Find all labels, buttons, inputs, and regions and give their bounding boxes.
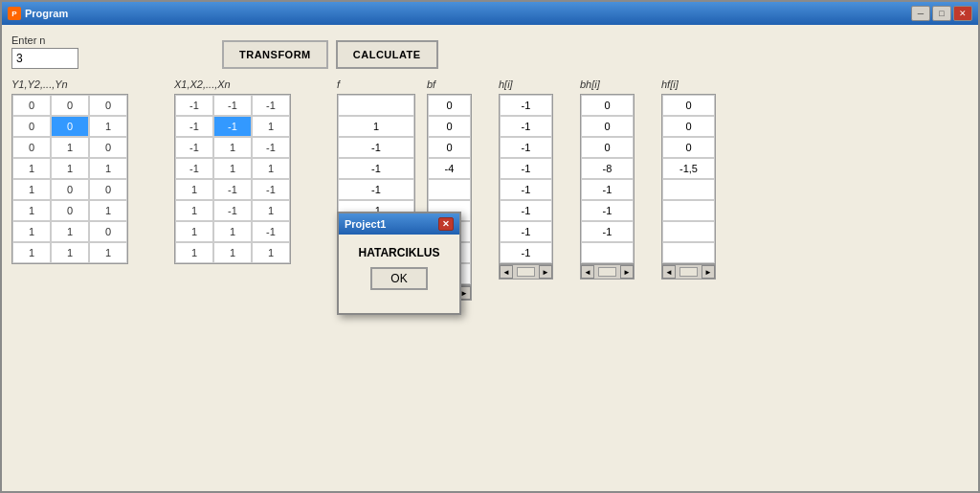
scroll-left-arrow[interactable]: ◄	[662, 265, 676, 279]
modal-close-button[interactable]: ✕	[438, 217, 454, 231]
cell: 1	[89, 158, 127, 179]
bf-label: bf	[427, 78, 472, 90]
table-row: 111	[175, 242, 290, 263]
y-matrix-label: Y1,Y2,...,Yn	[11, 78, 128, 90]
hi-cell: -1	[500, 179, 552, 200]
transform-button[interactable]: TRANSFORM	[222, 40, 328, 69]
cell: -1	[252, 137, 290, 158]
modal-title-text: Project1	[345, 218, 386, 230]
modal-body: HATARCIKLUS OK	[339, 235, 459, 313]
bhi-group: bh[i] 0 0 0 -8 -1 -1 -1 ◄ ►	[580, 78, 635, 280]
modal-dialog: Project1 ✕ HATARCIKLUS OK	[337, 212, 461, 315]
close-button[interactable]: ✕	[953, 6, 972, 21]
hi-cell: -1	[500, 158, 552, 179]
scroll-track[interactable]	[598, 267, 616, 277]
cell: -1	[175, 137, 213, 158]
cell: 1	[213, 137, 252, 158]
cell: 0	[12, 95, 51, 116]
main-window: P Program ─ □ ✕ Enter n TRANSFORM CALCUL…	[0, 0, 980, 493]
table-row: 010	[12, 137, 127, 158]
bhi-cell: -1	[581, 179, 634, 200]
cell: 1	[252, 200, 290, 221]
calculate-button[interactable]: CALCULATE	[336, 40, 438, 69]
bf-cell: 0	[428, 137, 471, 158]
top-controls: Enter n TRANSFORM CALCULATE	[11, 34, 969, 69]
hi-body: -1 -1 -1 -1 -1 -1 -1 -1	[499, 94, 553, 264]
hi-cell: -1	[500, 116, 552, 137]
cell: 0	[51, 179, 89, 200]
hfi-cell	[662, 221, 715, 242]
f-cell: -1	[338, 158, 414, 179]
scroll-right-arrow[interactable]: ►	[620, 265, 634, 279]
cell: 1	[175, 242, 213, 263]
table-row: 11-1	[175, 221, 290, 242]
scroll-left-arrow[interactable]: ◄	[500, 265, 513, 279]
table-row: 110	[12, 221, 127, 242]
hi-cell: -1	[500, 221, 552, 242]
x-matrix-body: -1-1-1 -1-11 -11-1 -111 1-1-1 1-11 11-1 …	[174, 94, 291, 264]
scroll-track[interactable]	[679, 267, 698, 277]
cell: 1	[252, 116, 290, 137]
hi-scrollbar[interactable]: ◄ ►	[499, 264, 553, 280]
bhi-cell: 0	[581, 95, 634, 116]
scroll-right-arrow[interactable]: ►	[702, 265, 715, 279]
cell: 1	[175, 179, 213, 200]
hfi-cell: 0	[662, 95, 715, 116]
hfi-body: 0 0 0 -1,5	[661, 94, 716, 264]
hfi-label: hf[i]	[661, 78, 716, 90]
cell: -1	[213, 179, 252, 200]
scroll-left-arrow[interactable]: ◄	[581, 265, 594, 279]
hi-cell: -1	[500, 242, 552, 263]
cell: 0	[51, 200, 89, 221]
modal-message: HATARCIKLUS	[359, 246, 440, 259]
cell: 1	[213, 158, 252, 179]
f-label: f	[337, 78, 415, 90]
cell: -1	[252, 95, 290, 116]
cell: 1	[51, 221, 89, 242]
table-row: -11-1	[175, 137, 290, 158]
cell-highlighted: -1	[213, 116, 252, 137]
cell: -1	[175, 95, 213, 116]
maximize-button[interactable]: □	[932, 6, 951, 21]
n-input[interactable]	[11, 48, 78, 69]
cell: 0	[12, 137, 51, 158]
cell: 1	[252, 242, 290, 263]
title-bar-left: P Program	[8, 7, 68, 20]
scroll-right-arrow[interactable]: ►	[539, 265, 552, 279]
bhi-body: 0 0 0 -8 -1 -1 -1	[580, 94, 635, 264]
hfi-scrollbar[interactable]: ◄ ►	[661, 264, 716, 280]
scroll-track[interactable]	[517, 267, 535, 277]
f-cell: -1	[338, 179, 414, 200]
hfi-cell: 0	[662, 116, 715, 137]
cell: -1	[252, 221, 290, 242]
y-matrix-group: Y1,Y2,...,Yn 000 001 010 111 100 101 110…	[11, 78, 128, 264]
hfi-cell: -1,5	[662, 158, 715, 179]
cell: 1	[51, 137, 89, 158]
cell: 1	[51, 242, 89, 263]
enter-n-label: Enter n	[11, 34, 78, 46]
cell: 0	[51, 95, 89, 116]
cell: 0	[89, 95, 127, 116]
bhi-cell: -1	[581, 221, 634, 242]
modal-title-bar: Project1 ✕	[339, 213, 459, 235]
cell: 1	[175, 221, 213, 242]
cell: 1	[252, 158, 290, 179]
app-icon: P	[8, 7, 21, 20]
bf-cell	[428, 179, 471, 200]
modal-ok-button[interactable]: OK	[370, 267, 428, 290]
cell: 1	[12, 158, 51, 179]
cell: 0	[89, 179, 127, 200]
table-row: 101	[12, 200, 127, 221]
cell: 1	[12, 200, 51, 221]
hfi-group: hf[i] 0 0 0 -1,5 ◄ ►	[661, 78, 716, 280]
cell: 1	[12, 179, 51, 200]
bhi-scrollbar[interactable]: ◄ ►	[580, 264, 635, 280]
cell: 1	[89, 116, 127, 137]
table-row: 001	[12, 116, 127, 137]
minimize-button[interactable]: ─	[911, 6, 930, 21]
table-row: 111	[12, 158, 127, 179]
cell-highlighted: 0	[51, 116, 89, 137]
cell: -1	[213, 200, 252, 221]
hi-cell: -1	[500, 95, 552, 116]
y-matrix-body: 000 001 010 111 100 101 110 111	[11, 94, 128, 264]
